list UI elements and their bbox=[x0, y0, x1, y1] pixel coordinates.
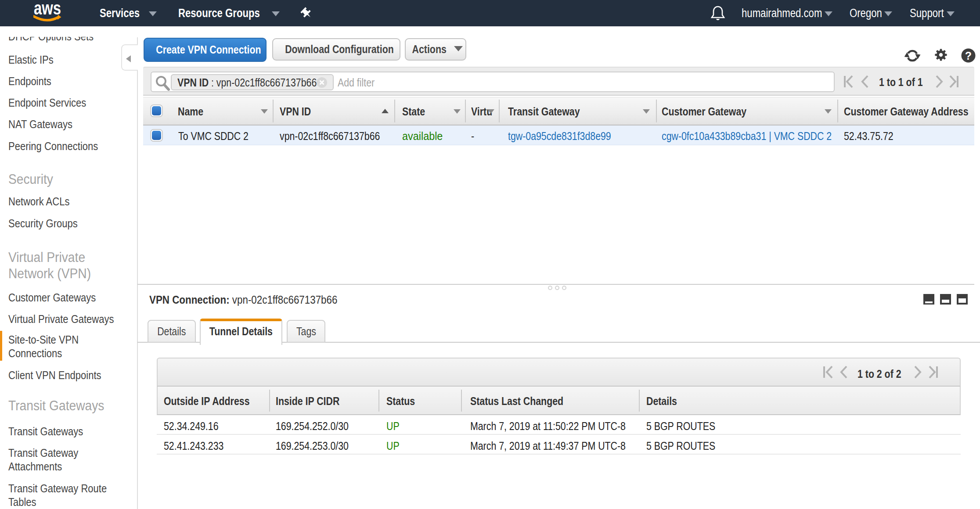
svg-text:?: ? bbox=[965, 50, 972, 62]
svg-text:aws: aws bbox=[34, 1, 61, 18]
